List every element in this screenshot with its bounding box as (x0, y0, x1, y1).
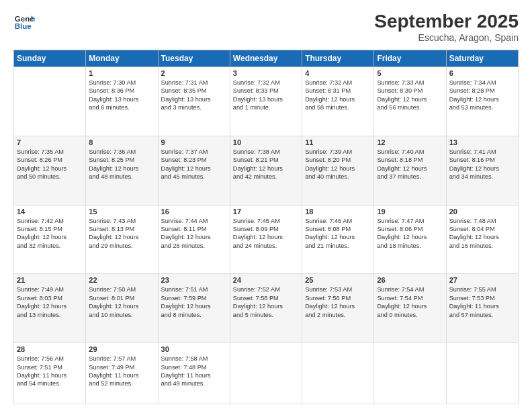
day-number: 20 (449, 208, 515, 216)
day-info: Sunrise: 7:55 AMSunset: 7:53 PMDaylight:… (449, 285, 515, 319)
day-info: Sunrise: 7:33 AMSunset: 8:30 PMDaylight:… (377, 79, 443, 112)
day-number: 28 (17, 345, 83, 353)
week-row-4: 21Sunrise: 7:49 AMSunset: 8:03 PMDayligh… (14, 274, 519, 343)
day-info: Sunrise: 7:37 AMSunset: 8:23 PMDaylight:… (161, 148, 227, 181)
day-info: Sunrise: 7:43 AMSunset: 8:13 PMDaylight:… (89, 217, 154, 250)
calendar-cell: 18Sunrise: 7:46 AMSunset: 8:08 PMDayligh… (302, 205, 374, 274)
title-block: September 2025 Escucha, Aragon, Spain (374, 11, 519, 43)
calendar-cell (374, 343, 446, 404)
calendar-cell: 20Sunrise: 7:48 AMSunset: 8:04 PMDayligh… (446, 205, 518, 274)
svg-text:Blue: Blue (15, 22, 32, 30)
calendar-cell: 11Sunrise: 7:39 AMSunset: 8:20 PMDayligh… (302, 136, 374, 205)
day-number: 19 (377, 208, 443, 216)
calendar-cell: 5Sunrise: 7:33 AMSunset: 8:30 PMDaylight… (374, 67, 446, 136)
day-info: Sunrise: 7:41 AMSunset: 8:16 PMDaylight:… (449, 148, 515, 181)
day-number: 10 (233, 138, 299, 146)
calendar-cell: 15Sunrise: 7:43 AMSunset: 8:13 PMDayligh… (86, 205, 158, 274)
day-info: Sunrise: 7:54 AMSunset: 7:54 PMDaylight:… (377, 285, 443, 319)
day-number: 29 (89, 345, 154, 353)
calendar-cell: 4Sunrise: 7:32 AMSunset: 8:31 PMDaylight… (302, 67, 374, 136)
day-header-wednesday: Wednesday (230, 50, 302, 67)
day-number: 5 (377, 69, 443, 77)
calendar-cell: 8Sunrise: 7:36 AMSunset: 8:25 PMDaylight… (86, 136, 158, 205)
day-number: 1 (89, 69, 154, 77)
week-row-2: 7Sunrise: 7:35 AMSunset: 8:26 PMDaylight… (14, 136, 519, 205)
day-number: 27 (449, 276, 515, 284)
day-info: Sunrise: 7:30 AMSunset: 8:36 PMDaylight:… (89, 79, 154, 112)
day-number: 17 (233, 208, 299, 216)
day-header-saturday: Saturday (446, 50, 518, 67)
day-number: 3 (233, 69, 299, 77)
day-info: Sunrise: 7:58 AMSunset: 7:48 PMDaylight:… (161, 355, 227, 388)
day-info: Sunrise: 7:57 AMSunset: 7:49 PMDaylight:… (89, 355, 154, 388)
calendar-cell: 30Sunrise: 7:58 AMSunset: 7:48 PMDayligh… (158, 343, 230, 404)
calendar-cell: 1Sunrise: 7:30 AMSunset: 8:36 PMDaylight… (86, 67, 158, 136)
calendar-cell: 25Sunrise: 7:53 AMSunset: 7:56 PMDayligh… (302, 274, 374, 343)
calendar-cell: 14Sunrise: 7:42 AMSunset: 8:15 PMDayligh… (14, 205, 86, 274)
page: General Blue September 2025 Escucha, Ara… (0, 0, 532, 411)
day-number: 7 (17, 138, 83, 146)
day-number: 21 (17, 276, 83, 284)
calendar-cell: 3Sunrise: 7:32 AMSunset: 8:33 PMDaylight… (230, 67, 302, 136)
calendar-cell: 28Sunrise: 7:56 AMSunset: 7:51 PMDayligh… (14, 343, 86, 404)
day-number: 23 (161, 276, 227, 284)
calendar-cell: 13Sunrise: 7:41 AMSunset: 8:16 PMDayligh… (446, 136, 518, 205)
day-info: Sunrise: 7:48 AMSunset: 8:04 PMDaylight:… (449, 217, 515, 250)
day-number: 15 (89, 208, 154, 216)
day-info: Sunrise: 7:56 AMSunset: 7:51 PMDaylight:… (17, 355, 83, 388)
day-header-friday: Friday (374, 50, 446, 67)
day-info: Sunrise: 7:38 AMSunset: 8:21 PMDaylight:… (233, 148, 299, 181)
calendar-cell (302, 343, 374, 404)
day-number: 18 (305, 208, 371, 216)
day-info: Sunrise: 7:51 AMSunset: 7:59 PMDaylight:… (161, 285, 227, 319)
calendar-cell: 29Sunrise: 7:57 AMSunset: 7:49 PMDayligh… (86, 343, 158, 404)
day-header-sunday: Sunday (14, 50, 86, 67)
week-row-3: 14Sunrise: 7:42 AMSunset: 8:15 PMDayligh… (14, 205, 519, 274)
week-row-5: 28Sunrise: 7:56 AMSunset: 7:51 PMDayligh… (14, 343, 519, 404)
calendar-title: September 2025 (374, 11, 519, 32)
day-info: Sunrise: 7:32 AMSunset: 8:31 PMDaylight:… (305, 79, 371, 112)
calendar-cell: 12Sunrise: 7:40 AMSunset: 8:18 PMDayligh… (374, 136, 446, 205)
week-row-1: 1Sunrise: 7:30 AMSunset: 8:36 PMDaylight… (14, 67, 519, 136)
day-number: 13 (449, 138, 515, 146)
day-info: Sunrise: 7:36 AMSunset: 8:25 PMDaylight:… (89, 148, 154, 181)
day-number: 11 (305, 138, 371, 146)
logo: General Blue (13, 11, 35, 32)
day-header-tuesday: Tuesday (158, 50, 230, 67)
day-number: 14 (17, 208, 83, 216)
calendar-cell: 10Sunrise: 7:38 AMSunset: 8:21 PMDayligh… (230, 136, 302, 205)
calendar-cell: 17Sunrise: 7:45 AMSunset: 8:09 PMDayligh… (230, 205, 302, 274)
calendar-cell: 7Sunrise: 7:35 AMSunset: 8:26 PMDaylight… (14, 136, 86, 205)
calendar-cell: 27Sunrise: 7:55 AMSunset: 7:53 PMDayligh… (446, 274, 518, 343)
calendar-table: SundayMondayTuesdayWednesdayThursdayFrid… (13, 50, 519, 404)
logo-icon: General Blue (13, 11, 35, 32)
calendar-cell: 19Sunrise: 7:47 AMSunset: 8:06 PMDayligh… (374, 205, 446, 274)
day-info: Sunrise: 7:46 AMSunset: 8:08 PMDaylight:… (305, 217, 371, 250)
day-info: Sunrise: 7:32 AMSunset: 8:33 PMDaylight:… (233, 79, 299, 112)
calendar-cell: 9Sunrise: 7:37 AMSunset: 8:23 PMDaylight… (158, 136, 230, 205)
day-number: 25 (305, 276, 371, 284)
day-info: Sunrise: 7:35 AMSunset: 8:26 PMDaylight:… (17, 148, 83, 181)
calendar-cell (14, 67, 86, 136)
calendar-cell (446, 343, 518, 404)
day-info: Sunrise: 7:49 AMSunset: 8:03 PMDaylight:… (17, 285, 83, 319)
day-info: Sunrise: 7:47 AMSunset: 8:06 PMDaylight:… (377, 217, 443, 250)
day-info: Sunrise: 7:45 AMSunset: 8:09 PMDaylight:… (233, 217, 299, 250)
day-number: 9 (161, 138, 227, 146)
day-number: 30 (161, 345, 227, 353)
day-info: Sunrise: 7:44 AMSunset: 8:11 PMDaylight:… (161, 217, 227, 250)
day-number: 22 (89, 276, 154, 284)
header: General Blue September 2025 Escucha, Ara… (13, 11, 519, 43)
calendar-cell: 24Sunrise: 7:52 AMSunset: 7:58 PMDayligh… (230, 274, 302, 343)
day-header-thursday: Thursday (302, 50, 374, 67)
calendar-cell: 2Sunrise: 7:31 AMSunset: 8:35 PMDaylight… (158, 67, 230, 136)
calendar-cell: 21Sunrise: 7:49 AMSunset: 8:03 PMDayligh… (14, 274, 86, 343)
day-number: 24 (233, 276, 299, 284)
day-number: 26 (377, 276, 443, 284)
day-number: 4 (305, 69, 371, 77)
day-number: 6 (449, 69, 515, 77)
day-info: Sunrise: 7:34 AMSunset: 8:28 PMDaylight:… (449, 79, 515, 112)
calendar-cell: 23Sunrise: 7:51 AMSunset: 7:59 PMDayligh… (158, 274, 230, 343)
calendar-cell: 6Sunrise: 7:34 AMSunset: 8:28 PMDaylight… (446, 67, 518, 136)
day-number: 12 (377, 138, 443, 146)
